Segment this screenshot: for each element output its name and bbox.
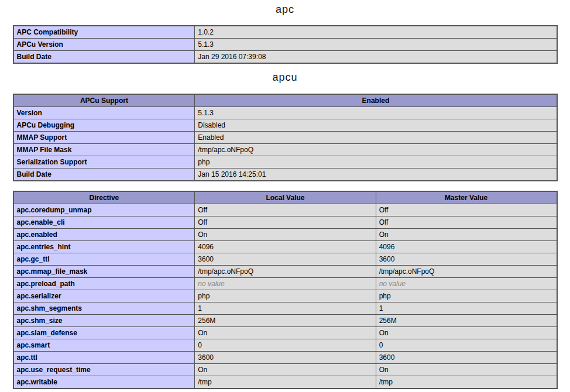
table-row: apc.serializerphpphp: [13, 290, 557, 302]
value-cell: /tmp/apc.oNFpoQ: [195, 266, 376, 278]
value-cell: /tmp/apc.oNFpoQ: [376, 266, 557, 278]
label-cell: apc.smart: [13, 339, 195, 352]
apc-info-table-body: APC Compatibility1.0.2APCu Version5.1.3B…: [13, 26, 557, 63]
label-cell: apc.slam_defense: [13, 327, 195, 339]
value-cell: 5.1.3: [195, 107, 557, 119]
label-cell: APCu Debugging: [13, 119, 195, 132]
label-cell: apc.writable: [13, 376, 195, 389]
table-row: apc.enable_cliOffOff: [13, 216, 557, 229]
directive-column-header: Directive: [13, 191, 195, 204]
table-row: Build DateJan 15 2016 14:25:01: [13, 169, 557, 181]
table-header-row: APCu Support Enabled: [13, 94, 557, 107]
table-row: apc.coredump_unmapOffOff: [13, 204, 557, 216]
table-row: APCu DebuggingDisabled: [13, 119, 557, 132]
apc-info-table: APC Compatibility1.0.2APCu Version5.1.3B…: [13, 25, 558, 64]
table-header-row: Directive Local Value Master Value: [13, 191, 557, 204]
table-row: apc.preload_pathno valueno value: [13, 278, 557, 290]
value-cell: Off: [376, 216, 557, 229]
table-row: apc.writable/tmp/tmp: [13, 376, 557, 389]
label-cell: apc.shm_size: [13, 315, 195, 327]
value-cell: /tmp: [195, 376, 376, 389]
value-cell: On: [376, 364, 557, 376]
label-cell: Build Date: [13, 169, 195, 181]
table-row: MMAP SupportEnabled: [13, 132, 557, 144]
apc-directives-table-body: apc.coredump_unmapOffOffapc.enable_cliOf…: [13, 204, 557, 389]
table-row: Version5.1.3: [13, 107, 557, 119]
apcu-support-table: APCu Support Enabled Version5.1.3APCu De…: [13, 94, 558, 181]
table-row: MMAP File Mask/tmp/apc.oNFpoQ: [13, 144, 557, 156]
label-cell: APCu Version: [13, 39, 195, 51]
label-cell: apc.ttl: [13, 352, 195, 364]
value-cell: Off: [376, 204, 557, 216]
value-cell: 256M: [376, 315, 557, 327]
label-cell: Version: [13, 107, 195, 119]
value-cell: 4096: [195, 241, 376, 253]
label-cell: apc.entries_hint: [13, 241, 195, 253]
value-cell: no value: [376, 278, 557, 290]
table-row: APC Compatibility1.0.2: [13, 26, 557, 39]
apcu-support-header: APCu Support: [13, 94, 195, 107]
table-row: apc.shm_size256M256M: [13, 315, 557, 327]
apcu-support-table-body: Version5.1.3APCu DebuggingDisabledMMAP S…: [13, 107, 557, 181]
value-cell: 4096: [376, 241, 557, 253]
label-cell: apc.gc_ttl: [13, 253, 195, 266]
value-cell: 3600: [376, 253, 557, 266]
value-cell: /tmp/apc.oNFpoQ: [195, 144, 557, 156]
label-cell: MMAP File Mask: [13, 144, 195, 156]
apc-directives-table: Directive Local Value Master Value apc.c…: [13, 191, 558, 389]
value-cell: no value: [195, 278, 376, 290]
table-row: APCu Version5.1.3: [13, 39, 557, 51]
table-row: apc.enabledOnOn: [13, 229, 557, 241]
label-cell: MMAP Support: [13, 132, 195, 144]
value-cell: 5.1.3: [195, 39, 557, 51]
value-cell: 3600: [376, 352, 557, 364]
label-cell: APC Compatibility: [13, 26, 195, 39]
label-cell: Serialization Support: [13, 156, 195, 169]
apc-section-title: apc: [13, 0, 558, 25]
label-cell: apc.enabled: [13, 229, 195, 241]
table-row: apc.mmap_file_mask/tmp/apc.oNFpoQ/tmp/ap…: [13, 266, 557, 278]
content-container: apc APC Compatibility1.0.2APCu Version5.…: [13, 0, 558, 389]
value-cell: Jan 29 2016 07:39:08: [195, 51, 557, 64]
table-row: Build DateJan 29 2016 07:39:08: [13, 51, 557, 64]
table-row: apc.gc_ttl36003600: [13, 253, 557, 266]
label-cell: apc.shm_segments: [13, 302, 195, 315]
value-cell: 0: [376, 339, 557, 352]
label-cell: apc.mmap_file_mask: [13, 266, 195, 278]
master-value-column-header: Master Value: [376, 191, 557, 204]
value-cell: 3600: [195, 253, 376, 266]
value-cell: On: [195, 364, 376, 376]
table-row: apc.ttl36003600: [13, 352, 557, 364]
value-cell: Enabled: [195, 132, 557, 144]
table-row: apc.shm_segments11: [13, 302, 557, 315]
label-cell: apc.use_request_time: [13, 364, 195, 376]
value-cell: 1.0.2: [195, 26, 557, 39]
value-cell: /tmp: [376, 376, 557, 389]
apcu-enabled-header: Enabled: [195, 94, 557, 107]
value-cell: 0: [195, 339, 376, 352]
value-cell: 3600: [195, 352, 376, 364]
value-cell: On: [376, 327, 557, 339]
value-cell: Off: [195, 216, 376, 229]
table-row: apc.use_request_timeOnOn: [13, 364, 557, 376]
phpinfo-page: apc APC Compatibility1.0.2APCu Version5.…: [0, 0, 570, 392]
local-value-column-header: Local Value: [195, 191, 376, 204]
value-cell: Disabled: [195, 119, 557, 132]
value-cell: On: [195, 229, 376, 241]
value-cell: 256M: [195, 315, 376, 327]
value-cell: 1: [195, 302, 376, 315]
table-row: Serialization Supportphp: [13, 156, 557, 169]
value-cell: On: [376, 229, 557, 241]
table-row: apc.entries_hint40964096: [13, 241, 557, 253]
value-cell: php: [195, 290, 376, 302]
table-row: apc.smart00: [13, 339, 557, 352]
label-cell: apc.coredump_unmap: [13, 204, 195, 216]
label-cell: apc.serializer: [13, 290, 195, 302]
value-cell: php: [195, 156, 557, 169]
label-cell: apc.enable_cli: [13, 216, 195, 229]
label-cell: apc.preload_path: [13, 278, 195, 290]
table-row: apc.slam_defenseOnOn: [13, 327, 557, 339]
value-cell: On: [195, 327, 376, 339]
apcu-section-title: apcu: [13, 64, 558, 94]
value-cell: php: [376, 290, 557, 302]
